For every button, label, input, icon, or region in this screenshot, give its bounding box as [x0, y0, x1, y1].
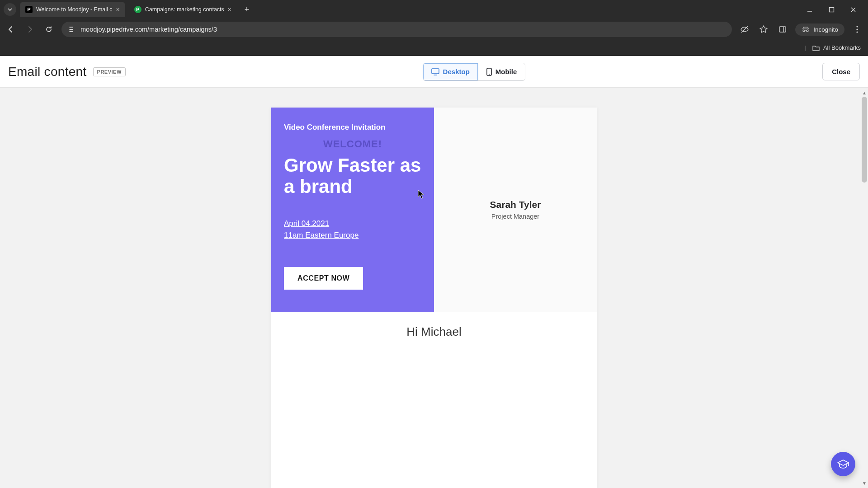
window-minimize-button[interactable] [803, 3, 816, 16]
presenter-role: Project Manager [491, 213, 539, 220]
device-desktop-button[interactable]: Desktop [423, 63, 478, 80]
presenter-name: Sarah Tyler [490, 199, 541, 210]
svg-rect-0 [829, 7, 834, 12]
minimize-icon [807, 6, 813, 13]
hero-datetime: April 04.2021 11am Eastern Europe [284, 218, 421, 242]
reload-icon [45, 25, 53, 33]
device-mobile-button[interactable]: Mobile [478, 63, 525, 80]
preview-area: Video Conference Invitation WELCOME! Gro… [0, 88, 868, 488]
scroll-down-arrow-icon[interactable]: ▼ [862, 480, 867, 486]
hero-headline: Grow Faster as a brand [284, 155, 421, 197]
svg-point-2 [856, 26, 858, 27]
incognito-indicator[interactable]: Incognito [795, 23, 844, 36]
maximize-icon [829, 7, 835, 13]
tab-close-button[interactable]: × [116, 6, 120, 13]
chevron-down-icon [7, 7, 13, 12]
hero-date: April 04.2021 [284, 219, 329, 228]
site-settings-icon [68, 26, 75, 33]
help-fab-button[interactable] [831, 452, 855, 476]
tab-title: Welcome to Moodjoy - Email c [36, 6, 113, 13]
mobile-icon [486, 68, 492, 76]
arrow-left-icon [7, 25, 15, 33]
email-body: Hi Michael [271, 312, 597, 342]
scrollbar-thumb[interactable] [862, 97, 867, 183]
browser-tab[interactable]: P Campaigns: marketing contacts × [129, 2, 237, 17]
window-controls [803, 3, 864, 16]
eye-off-button[interactable] [738, 23, 751, 36]
nav-back-button[interactable] [5, 23, 17, 36]
bookmark-star-button[interactable] [757, 23, 770, 36]
browser-tab-active[interactable]: P Welcome to Moodjoy - Email c × [20, 2, 125, 17]
nav-reload-button[interactable] [42, 23, 55, 36]
hero-left-panel: Video Conference Invitation WELCOME! Gro… [271, 108, 434, 312]
folder-icon [812, 45, 820, 51]
svg-point-4 [856, 31, 858, 33]
scroll-up-arrow-icon[interactable]: ▲ [862, 89, 867, 96]
bookmark-bar: | All Bookmarks [0, 40, 868, 56]
app-header: Email content PREVIEW Desktop Mobile Clo… [0, 56, 868, 88]
monitor-icon [431, 68, 439, 75]
nav-forward-button[interactable] [24, 23, 36, 36]
device-switcher: Desktop Mobile [423, 63, 526, 81]
svg-point-7 [489, 74, 490, 75]
app-root: Email content PREVIEW Desktop Mobile Clo… [0, 56, 868, 488]
device-mobile-label: Mobile [495, 68, 517, 75]
email-greeting: Hi Michael [288, 325, 580, 339]
kebab-icon [856, 26, 858, 33]
hero-welcome: WELCOME! [284, 138, 421, 150]
tab-close-button[interactable]: × [228, 6, 231, 13]
window-maximize-button[interactable] [825, 3, 838, 16]
url-text: moodjoy.pipedrive.com/marketing/campaign… [80, 26, 217, 33]
close-icon [850, 7, 856, 13]
side-panel-button[interactable] [776, 23, 789, 36]
accept-now-button[interactable]: ACCEPT NOW [284, 267, 363, 290]
scrollbar-track[interactable]: ▲ ▼ [861, 88, 868, 488]
panel-icon [778, 25, 787, 33]
hero-pretitle: Video Conference Invitation [284, 123, 421, 132]
all-bookmarks-button[interactable]: All Bookmarks [812, 44, 861, 51]
email-card: Video Conference Invitation WELCOME! Gro… [271, 108, 597, 488]
preview-badge: PREVIEW [93, 67, 126, 76]
tab-strip: P Welcome to Moodjoy - Email c × P Campa… [0, 0, 868, 19]
address-bar-right: Incognito [738, 23, 863, 36]
svg-point-3 [856, 28, 858, 30]
close-preview-button[interactable]: Close [822, 63, 860, 80]
incognito-icon [802, 26, 810, 33]
hero-time: 11am Eastern Europe [284, 231, 359, 239]
svg-rect-1 [779, 27, 786, 32]
new-tab-button[interactable]: + [241, 3, 253, 16]
browser-menu-button[interactable] [851, 23, 863, 36]
tab-search-button[interactable] [4, 3, 16, 16]
incognito-label: Incognito [813, 26, 838, 33]
url-input[interactable]: moodjoy.pipedrive.com/marketing/campaign… [61, 22, 732, 37]
star-icon [760, 25, 768, 33]
favicon-pipedrive-dark-icon: P [25, 6, 33, 13]
arrow-right-icon [26, 25, 34, 33]
eye-off-icon [740, 25, 749, 34]
page-title: Email content [8, 65, 87, 79]
browser-chrome: P Welcome to Moodjoy - Email c × P Campa… [0, 0, 868, 56]
email-hero: Video Conference Invitation WELCOME! Gro… [271, 108, 597, 312]
favicon-pipedrive-green-icon: P [134, 6, 142, 13]
all-bookmarks-label: All Bookmarks [823, 44, 861, 51]
graduation-cap-icon [837, 459, 849, 469]
tab-title: Campaigns: marketing contacts [145, 6, 224, 13]
window-close-button[interactable] [846, 3, 860, 16]
address-bar: moodjoy.pipedrive.com/marketing/campaign… [0, 19, 868, 40]
svg-rect-5 [432, 69, 439, 74]
bookmark-separator: | [805, 44, 806, 51]
device-desktop-label: Desktop [443, 68, 470, 75]
hero-right-panel: Sarah Tyler Project Manager [434, 108, 597, 312]
page-title-wrap: Email content PREVIEW [8, 65, 126, 79]
